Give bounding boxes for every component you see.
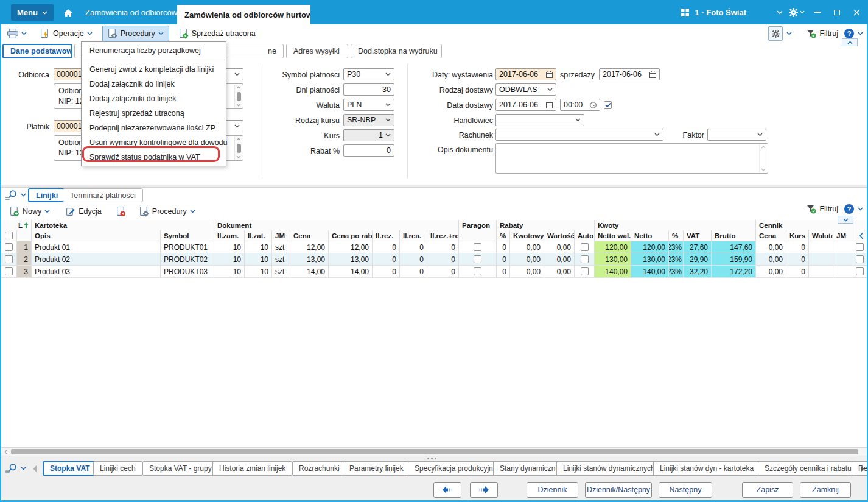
- waluta-select[interactable]: PLN: [343, 99, 394, 111]
- splitter-grip[interactable]: [427, 458, 438, 459]
- row-checkbox-partial[interactable]: [856, 267, 864, 275]
- filtruj-button[interactable]: Filtruj: [804, 29, 841, 38]
- column-header-wartosc[interactable]: Wartość: [544, 230, 575, 241]
- kurs-select[interactable]: 1: [343, 129, 394, 141]
- column-header-kurs[interactable]: Kurs: [786, 230, 809, 241]
- usun-button[interactable]: [114, 207, 128, 217]
- data-dostawy-checkbox-checked[interactable]: [604, 101, 612, 109]
- sprzedaz-utracona-button[interactable]: Sprzedaż utracona: [177, 29, 258, 39]
- rodzaj-dostawy-select[interactable]: ODBWLAS: [495, 83, 556, 96]
- scroll-thumb[interactable]: [237, 92, 241, 101]
- scroll-left-icon[interactable]: [4, 449, 9, 455]
- operacje-button[interactable]: Operacje: [38, 29, 95, 39]
- data-sprzedazy-input[interactable]: 2017-06-06: [599, 68, 660, 80]
- tabs-scroll-right-icon[interactable]: [860, 465, 864, 472]
- group-header-kwoty[interactable]: Kwoty: [595, 220, 756, 230]
- group-header-kartoteka[interactable]: Kartoteka: [32, 220, 214, 230]
- bottom-tab-linijki-stanow-dyn[interactable]: Linijki stanów dynamicznych: [556, 461, 662, 476]
- group-header-paragon[interactable]: Paragon: [459, 220, 497, 230]
- column-header-auto[interactable]: Auto: [575, 230, 595, 241]
- tab-adres-wysylki[interactable]: Adres wysyłki: [286, 44, 348, 58]
- row-checkbox[interactable]: [5, 267, 13, 275]
- print-button[interactable]: [5, 29, 29, 38]
- column-header-il-rea[interactable]: Il.rea.: [400, 230, 427, 241]
- lines-procedury-button[interactable]: Procedury: [137, 207, 198, 217]
- column-header-cennik-cena[interactable]: Cena: [756, 230, 786, 241]
- menu-button[interactable]: Menu: [11, 4, 54, 21]
- menu-item-generuj-zwrot[interactable]: Generuj zwrot z kompletacji dla linijki: [82, 62, 226, 77]
- rodzaj-kursu-select[interactable]: SR-NBP: [343, 114, 394, 126]
- data-dostawy-input[interactable]: 2017-06-06: [495, 99, 556, 111]
- menu-item-dodaj-zalacznik[interactable]: Dodaj załącznik do linijek: [82, 77, 226, 91]
- view-settings-button[interactable]: [768, 26, 783, 41]
- bottom-tab-linijki-stanow-kartoteka[interactable]: Linijki stanów dyn - kartoteka: [653, 461, 760, 476]
- opis-dokumentu-textarea[interactable]: [495, 143, 768, 174]
- paragon-checkbox[interactable]: [474, 243, 481, 251]
- column-header-cena[interactable]: Cena: [290, 230, 329, 241]
- nastepny-button[interactable]: Następny: [659, 482, 712, 498]
- column-header-il-zat[interactable]: Il.zat.: [245, 230, 272, 241]
- next-record-button[interactable]: [470, 482, 498, 498]
- horizontal-scrollbar[interactable]: [1, 447, 867, 456]
- menu-item-usun-wymiary[interactable]: Usuń wymiary kontrolingowe dla dowodu: [82, 135, 226, 150]
- bottom-tab-stopka-vat[interactable]: Stopka VAT: [43, 461, 97, 476]
- chevron-down-icon[interactable]: [858, 207, 863, 211]
- nowy-button[interactable]: Nowy: [7, 207, 52, 217]
- scrollbar[interactable]: [234, 85, 242, 108]
- bottom-tab-historia-zmian[interactable]: Historia zmian linijek: [212, 461, 292, 476]
- column-header-vat[interactable]: VAT: [684, 230, 712, 241]
- grid-view-button[interactable]: [5, 463, 26, 474]
- column-header-lp[interactable]: L: [17, 220, 32, 230]
- collapse-panel-button[interactable]: [842, 38, 858, 46]
- tab-linijki[interactable]: Linijki: [28, 188, 66, 202]
- menu-item-dodaj-zalaczniki[interactable]: Dodaj załączniki do linijek: [82, 91, 226, 106]
- auto-checkbox[interactable]: [581, 243, 589, 251]
- column-header-netto[interactable]: Netto: [631, 230, 669, 241]
- scroll-thumb[interactable]: [237, 144, 241, 153]
- group-header-dokument[interactable]: Dokument: [214, 220, 459, 230]
- faktor-select[interactable]: [707, 129, 766, 141]
- table-row[interactable]: 2 Produkt 02 PRODUKT02 10 10 szt 13,00 1…: [1, 253, 868, 266]
- group-header-rabaty[interactable]: Rabaty: [497, 220, 595, 230]
- column-header-jm[interactable]: JM: [272, 230, 290, 241]
- paragon-checkbox[interactable]: [474, 267, 481, 275]
- rabat-input[interactable]: 0: [343, 144, 394, 157]
- bottom-tab-parametry-linijek[interactable]: Parametry linijek: [343, 461, 410, 476]
- column-header-vat-procent[interactable]: %: [669, 230, 684, 241]
- menu-item-sprawdz-status-vat[interactable]: Sprawdź status podatnika w VAT: [82, 150, 226, 164]
- column-header-cena-po-rab[interactable]: Cena po rab.: [329, 230, 373, 241]
- czas-dostawy-input[interactable]: 00:00: [560, 99, 600, 111]
- column-header-cennik-jm[interactable]: JM: [833, 230, 853, 241]
- edycja-button[interactable]: Edycja: [63, 207, 104, 216]
- column-header-il-zam[interactable]: Il.zam.: [214, 230, 245, 241]
- column-header-netto-wal[interactable]: Netto wal.: [595, 230, 631, 241]
- procedury-button-open[interactable]: Procedury: [102, 26, 169, 41]
- bottom-tab-specyfikacja[interactable]: Specyfikacja produkcyjna: [408, 461, 503, 476]
- select-all-checkbox[interactable]: [5, 232, 13, 239]
- column-header-brutto[interactable]: Brutto: [712, 230, 756, 241]
- tab-dod-stopka[interactable]: Dod.stopka na wydruku: [351, 44, 442, 58]
- table-row[interactable]: 1 Produkt 01 PRODUKT01 10 10 szt 12,00 1…: [1, 241, 868, 253]
- scrollbar[interactable]: [759, 144, 767, 172]
- maximize-button[interactable]: [830, 5, 844, 19]
- grid-icon[interactable]: [681, 9, 689, 16]
- window-tab-zamowienia-hurtowe-active[interactable]: Zamówienia od odbiorców hurtowy: [177, 5, 310, 24]
- table-row[interactable]: 3 Produkt 03 PRODUKT03 10 10 szt 14,00 1…: [1, 266, 868, 278]
- auto-checkbox[interactable]: [581, 267, 589, 275]
- chevron-down-icon[interactable]: [858, 32, 863, 35]
- bottom-tab-stany-dynamiczne[interactable]: Stany dynamiczne: [493, 461, 566, 476]
- home-button[interactable]: [60, 5, 77, 20]
- column-header-rabat-procent[interactable]: %: [497, 230, 510, 241]
- settings-gear-button[interactable]: [789, 8, 805, 17]
- tab-terminarz-platnosci[interactable]: Terminarz płatności: [63, 188, 143, 202]
- window-tab-zamowienia-od-odbiorcow[interactable]: Zamówienia od odbiorców: [78, 0, 184, 24]
- grid-view-button[interactable]: [5, 189, 26, 200]
- column-header-waluta[interactable]: Waluta: [809, 230, 833, 241]
- dziennik-nastepny-button[interactable]: Dziennik/Następny: [585, 482, 652, 498]
- help-icon[interactable]: ?: [844, 204, 854, 214]
- menu-item-rejestruj-sprzedaz[interactable]: Rejestruj sprzedaż utraconą: [82, 106, 226, 121]
- auto-checkbox[interactable]: [581, 255, 589, 263]
- close-button[interactable]: [850, 5, 863, 19]
- minimize-button[interactable]: [811, 5, 824, 19]
- tab-dane-podstawowe[interactable]: Dane podstawowe: [2, 44, 72, 58]
